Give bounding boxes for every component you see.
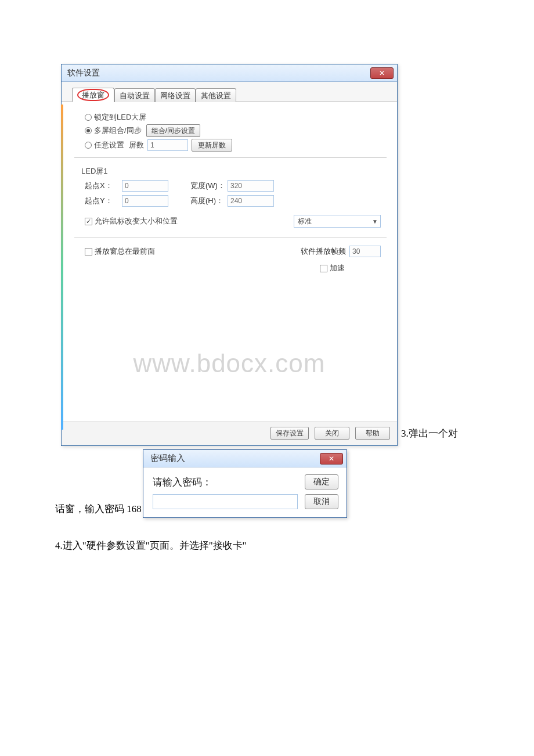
decorative-left-stripe: [61, 105, 63, 430]
ok-button[interactable]: 确定: [305, 474, 338, 489]
content-panel: 锁定到LED大屏 多屏组合/同步 组合/同步设置 任意设置 屏数 1 更新屏数 …: [62, 102, 397, 422]
mode-combobox-value: 标准: [298, 217, 312, 226]
allow-mouse-checkbox[interactable]: ✓: [85, 218, 92, 225]
password-title: 密码输入: [150, 453, 185, 464]
radio-lock-led-label: 锁定到LED大屏: [94, 112, 146, 123]
y1-label: 起点Y：: [85, 196, 120, 206]
dialog-footer: 保存设置 关闭 帮助: [62, 422, 397, 445]
always-front-label: 播放窗总在最前面: [95, 246, 155, 257]
password-prompt: 请输入密码：: [153, 476, 298, 489]
screens-input[interactable]: 1: [147, 139, 188, 151]
allow-mouse-label: 允许鼠标改变大小和位置: [95, 216, 178, 226]
titlebar: 软件设置 ✕: [62, 64, 397, 82]
tab-auto[interactable]: 自动设置: [114, 88, 155, 102]
h-label: 高度(H)：: [190, 196, 225, 206]
step4-text: 4.进入"硬件参数设置"页面。并选择"接收卡": [55, 539, 534, 552]
tab-strip: 播放窗 自动设置 网络设置 其他设置: [62, 82, 397, 102]
tab-playwindow[interactable]: 播放窗: [72, 88, 114, 102]
help-button[interactable]: 帮助: [355, 427, 390, 440]
y1-input[interactable]: 0: [122, 195, 168, 207]
password-close-icon[interactable]: ✕: [320, 453, 343, 465]
save-button[interactable]: 保存设置: [270, 427, 309, 440]
x1-input[interactable]: 0: [122, 180, 168, 192]
tab-other[interactable]: 其他设置: [196, 88, 236, 102]
mode-combobox[interactable]: 标准 ▼: [294, 215, 381, 228]
close-icon[interactable]: ✕: [370, 67, 394, 79]
watermark-text: www.bdocx.com: [62, 349, 397, 378]
radio-lock-led[interactable]: [85, 114, 92, 121]
update-screens-button[interactable]: 更新屏数: [192, 139, 232, 152]
radio-multiscreen[interactable]: [85, 127, 92, 134]
x1-label: 起点X：: [85, 181, 120, 191]
password-titlebar: 密码输入 ✕: [143, 450, 347, 467]
close-button[interactable]: 关闭: [315, 427, 349, 440]
radio-multiscreen-label: 多屏组合/同步: [94, 125, 142, 136]
step3-text-part1: 3.弹出一个对: [401, 427, 458, 446]
radio-freeset[interactable]: [85, 142, 92, 149]
play-fps-input[interactable]: 30: [349, 246, 381, 257]
always-front-checkbox[interactable]: [85, 248, 92, 255]
cancel-button[interactable]: 取消: [305, 494, 338, 509]
chevron-down-icon: ▼: [372, 218, 378, 225]
tab-playwindow-highlight: 播放窗: [77, 89, 109, 101]
h-input[interactable]: 240: [228, 195, 274, 207]
password-input[interactable]: [153, 494, 298, 509]
w-input[interactable]: 320: [228, 180, 274, 192]
tab-network[interactable]: 网络设置: [155, 88, 196, 102]
combine-sync-button[interactable]: 组合/同步设置: [146, 124, 200, 137]
screens-label: 屏数: [129, 140, 144, 150]
accel-label: 加速: [330, 263, 345, 273]
w-label: 宽度(W)：: [190, 181, 225, 191]
password-dialog: 密码输入 ✕ 请输入密码： 确定 取消: [143, 449, 347, 518]
play-fps-label: 软件播放帧频: [301, 246, 346, 257]
radio-freeset-label: 任意设置: [94, 140, 124, 150]
step3-text-part2: 话窗，输入密码 168: [55, 502, 142, 518]
software-settings-window: 软件设置 ✕ 播放窗 自动设置 网络设置 其他设置 锁定到LED大屏 多屏组合/: [61, 64, 398, 446]
accel-checkbox[interactable]: [320, 265, 327, 272]
window-title: 软件设置: [67, 68, 100, 78]
led-group-title: LED屏1: [81, 166, 381, 177]
